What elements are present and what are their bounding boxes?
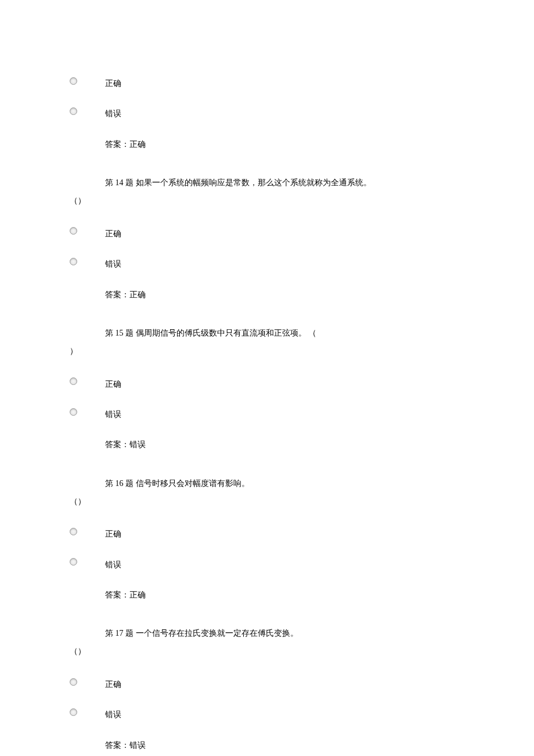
q17-answer: 答案：错误 <box>70 739 464 752</box>
option-label-incorrect: 错误 <box>105 258 121 271</box>
radio-icon <box>70 678 77 686</box>
q16-marker: （） <box>70 493 464 511</box>
radio-icon <box>70 558 77 566</box>
q16-option-incorrect[interactable]: 错误 <box>70 559 464 571</box>
q16-option-correct[interactable]: 正确 <box>70 528 464 541</box>
question-body: 如果一个系统的幅频响应是常数，那么这个系统就称为全通系统。 <box>136 178 371 187</box>
option-label-correct: 正确 <box>105 228 121 240</box>
q17-marker: （） <box>70 643 464 661</box>
q15-option-incorrect[interactable]: 错误 <box>70 408 464 421</box>
q16-block: 第 16 题 信号时移只会对幅度谱有影响。 （） <box>70 475 464 511</box>
question-prefix: 第 16 题 <box>105 479 136 488</box>
question-body: 信号时移只会对幅度谱有影响。 <box>136 479 250 488</box>
q17-block: 第 17 题 一个信号存在拉氏变换就一定存在傅氏变换。 （） <box>70 625 464 661</box>
question-body: 一个信号存在拉氏变换就一定存在傅氏变换。 <box>136 629 298 638</box>
answer-value: 正确 <box>129 140 146 149</box>
q17-option-correct[interactable]: 正确 <box>70 678 464 691</box>
option-label-correct: 正确 <box>105 528 121 541</box>
answer-prefix: 答案： <box>105 290 129 299</box>
radio-icon <box>70 227 77 235</box>
q15-marker: ） <box>70 343 464 361</box>
answer-prefix: 答案： <box>105 140 129 149</box>
option-label-incorrect: 错误 <box>105 107 121 120</box>
q17-option-incorrect[interactable]: 错误 <box>70 708 464 721</box>
q15-answer: 答案：错误 <box>70 438 464 451</box>
answer-prefix: 答案： <box>105 440 129 449</box>
option-label-correct: 正确 <box>105 678 121 691</box>
q14-option-incorrect[interactable]: 错误 <box>70 258 464 271</box>
radio-icon <box>70 107 77 115</box>
answer-value: 正确 <box>129 591 146 599</box>
q13-option-incorrect[interactable]: 错误 <box>70 107 464 120</box>
q15-option-correct[interactable]: 正确 <box>70 378 464 391</box>
q13-option-correct[interactable]: 正确 <box>70 77 464 90</box>
option-label-correct: 正确 <box>105 77 121 90</box>
q15-block: 第 15 题 偶周期信号的傅氏级数中只有直流项和正弦项。 （ ） <box>70 325 464 361</box>
answer-prefix: 答案： <box>105 741 129 750</box>
question-prefix: 第 17 题 <box>105 629 136 638</box>
option-label-incorrect: 错误 <box>105 708 121 721</box>
answer-value: 错误 <box>129 440 146 449</box>
answer-value: 错误 <box>129 741 146 750</box>
q14-marker: （） <box>70 192 464 210</box>
radio-icon <box>70 377 77 385</box>
q14-option-correct[interactable]: 正确 <box>70 228 464 240</box>
q15-text: 第 15 题 偶周期信号的傅氏级数中只有直流项和正弦项。 （ <box>70 325 464 343</box>
radio-icon <box>70 258 77 265</box>
q13-answer: 答案：正确 <box>70 138 464 151</box>
question-body: 偶周期信号的傅氏级数中只有直流项和正弦项。 （ <box>136 329 317 337</box>
radio-icon <box>70 77 77 85</box>
q16-answer: 答案：正确 <box>70 589 464 602</box>
answer-value: 正确 <box>129 290 146 299</box>
option-label-correct: 正确 <box>105 378 121 391</box>
q14-text: 第 14 题 如果一个系统的幅频响应是常数，那么这个系统就称为全通系统。 <box>70 174 464 192</box>
answer-prefix: 答案： <box>105 591 129 599</box>
q16-text: 第 16 题 信号时移只会对幅度谱有影响。 <box>70 475 464 493</box>
option-label-incorrect: 错误 <box>105 408 121 421</box>
q14-block: 第 14 题 如果一个系统的幅频响应是常数，那么这个系统就称为全通系统。 （） <box>70 174 464 210</box>
radio-icon <box>70 528 77 535</box>
option-label-incorrect: 错误 <box>105 559 121 571</box>
question-prefix: 第 15 题 <box>105 329 136 337</box>
radio-icon <box>70 708 77 716</box>
q14-answer: 答案：正确 <box>70 289 464 301</box>
q17-text: 第 17 题 一个信号存在拉氏变换就一定存在傅氏变换。 <box>70 625 464 643</box>
radio-icon <box>70 408 77 416</box>
question-prefix: 第 14 题 <box>105 178 136 187</box>
